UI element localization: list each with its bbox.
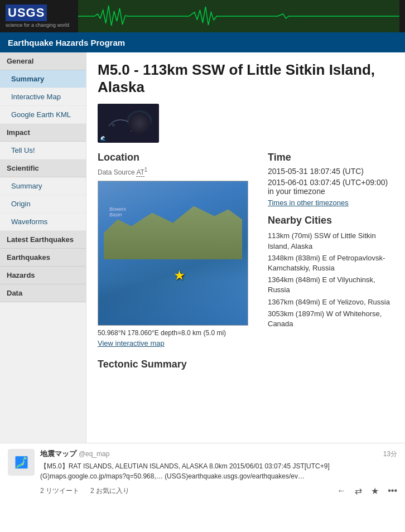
sidebar-section-hazards[interactable]: Hazards bbox=[0, 267, 86, 284]
header: USGS science for a changing world bbox=[0, 0, 405, 32]
sidebar-item-origin[interactable]: Origin bbox=[0, 195, 86, 213]
sidebar-item-interactive-map[interactable]: Interactive Map bbox=[0, 88, 86, 106]
timezones-link[interactable]: Times in other timezones bbox=[268, 199, 349, 207]
sidebar-item-waveforms[interactable]: Waveforms bbox=[0, 213, 86, 231]
sidebar-section-impact: Impact bbox=[0, 124, 86, 142]
page-title: M5.0 - 113km SSW of Little Sitkin Island… bbox=[98, 61, 394, 96]
left-column: Location Data Source AT1 BowersBasin ★ 5… bbox=[98, 152, 257, 347]
usgs-logo-sub: science for a changing world bbox=[6, 22, 69, 28]
location-heading: Location bbox=[98, 152, 257, 163]
sidebar-section-scientific: Scientific bbox=[0, 159, 86, 177]
time-utc: 2015-05-31 18:07:45 (UTC) bbox=[268, 167, 394, 176]
tweet-avatar-icon: 🗾 bbox=[15, 456, 28, 469]
satellite-thumbnail: 🌊 bbox=[98, 104, 159, 143]
tweet-avatar: 🗾 bbox=[8, 449, 35, 476]
svg-rect-0 bbox=[98, 104, 159, 143]
sidebar-section-latest-earthquakes[interactable]: Latest Earthquakes bbox=[0, 231, 86, 249]
time-heading: Time bbox=[268, 152, 394, 163]
map-coordinates: 50.968°N 178.060°E depth=8.0 km (5.0 mi) bbox=[98, 329, 257, 337]
tweet-actions: 2 リツイート 2 お気に入り ← ⇄ ★ ••• bbox=[40, 486, 397, 496]
seismo-svg bbox=[78, 0, 399, 32]
earthquake-marker: ★ bbox=[173, 268, 186, 283]
view-interactive-map-link[interactable]: View interactive map bbox=[98, 339, 257, 347]
sidebar-item-tell-us[interactable]: Tell Us! bbox=[0, 142, 86, 159]
tweet-like-count: 2 お気に入り bbox=[90, 486, 129, 496]
map-sea-label: BowersBasin bbox=[109, 206, 126, 217]
data-source-sup: 1 bbox=[144, 167, 148, 173]
sidebar-item-summary[interactable]: Summary bbox=[0, 70, 86, 88]
svg-point-1 bbox=[127, 110, 152, 130]
sidebar: General Summary Interactive Map Google E… bbox=[0, 52, 86, 443]
main-layout: General Summary Interactive Map Google E… bbox=[0, 52, 405, 443]
svg-point-2 bbox=[130, 113, 146, 126]
tweet-retweet-icon[interactable]: ⇄ bbox=[355, 486, 362, 496]
map-land-mass bbox=[104, 192, 242, 259]
data-source-line: Data Source AT1 bbox=[98, 167, 257, 176]
tweet-icons: ← ⇄ ★ ••• bbox=[337, 486, 397, 496]
nearby-city-4: 1367km (849mi) E of Yelizovo, Russia bbox=[268, 297, 394, 307]
tectonic-summary-heading: Tectonic Summary bbox=[98, 359, 394, 370]
sidebar-section-earthquakes[interactable]: Earthquakes bbox=[0, 249, 86, 267]
usgs-logo-text: USGS bbox=[6, 4, 47, 21]
nearby-city-3: 1364km (848mi) E of Vilyuchinsk, Russia bbox=[268, 275, 394, 295]
nearby-city-1: 113km (70mi) SSW of Little Sitkin Island… bbox=[268, 231, 394, 251]
program-bar: Earthquake Hazards Program bbox=[0, 32, 405, 52]
nearby-cities-heading: Nearby Cities bbox=[268, 215, 394, 226]
nearby-city-2: 1348km (838mi) E of Petropavlovsk-Kamcha… bbox=[268, 253, 394, 273]
tweet-time: 13分 bbox=[383, 449, 397, 459]
data-source-at: AT bbox=[136, 168, 144, 177]
svg-point-3 bbox=[112, 123, 115, 127]
sidebar-item-google-earth-kml[interactable]: Google Earth KML bbox=[0, 106, 86, 124]
tweet-text: 【M5.0】RAT ISLANDS, ALEUTIAN ISLANDS, ALA… bbox=[40, 461, 397, 481]
usgs-logo: USGS science for a changing world bbox=[6, 2, 78, 30]
tweet-retweet-count: 2 リツイート bbox=[40, 486, 79, 496]
sidebar-item-sci-summary[interactable]: Summary bbox=[0, 177, 86, 195]
content-area: M5.0 - 113km SSW of Little Sitkin Island… bbox=[86, 52, 405, 443]
tweet-card: 🗾 地震マップ @eq_map 13分 【M5.0】RAT ISLANDS, A… bbox=[0, 443, 405, 502]
tweet-user-info: 地震マップ @eq_map bbox=[40, 449, 109, 459]
nearby-city-5: 3053km (1897mi) W of Whitehorse, Canada bbox=[268, 309, 394, 329]
seismograph-banner bbox=[78, 0, 399, 32]
program-title: Earthquake Hazards Program bbox=[8, 38, 125, 47]
time-local: 2015-06-01 03:07:45 (UTC+09:00) in your … bbox=[268, 178, 394, 196]
tweet-username: 地震マップ bbox=[40, 449, 76, 458]
sidebar-section-general: General bbox=[0, 52, 86, 70]
satellite-image: 🌊 bbox=[98, 104, 159, 143]
location-map[interactable]: BowersBasin ★ bbox=[98, 181, 248, 326]
right-column: Time 2015-05-31 18:07:45 (UTC) 2015-06-0… bbox=[268, 152, 394, 347]
svg-text:🌊: 🌊 bbox=[100, 136, 106, 141]
map-gradient bbox=[98, 280, 248, 325]
tweet-handle: @eq_map bbox=[79, 450, 110, 458]
tweet-content: 地震マップ @eq_map 13分 【M5.0】RAT ISLANDS, ALE… bbox=[40, 449, 397, 496]
tweet-reply-icon[interactable]: ← bbox=[337, 486, 346, 496]
tweet-like-icon[interactable]: ★ bbox=[371, 486, 379, 496]
tweet-more-icon[interactable]: ••• bbox=[388, 486, 397, 496]
tweet-header: 地震マップ @eq_map 13分 bbox=[40, 449, 397, 459]
sidebar-section-data[interactable]: Data bbox=[0, 284, 86, 302]
two-col-layout: Location Data Source AT1 BowersBasin ★ 5… bbox=[98, 152, 394, 347]
